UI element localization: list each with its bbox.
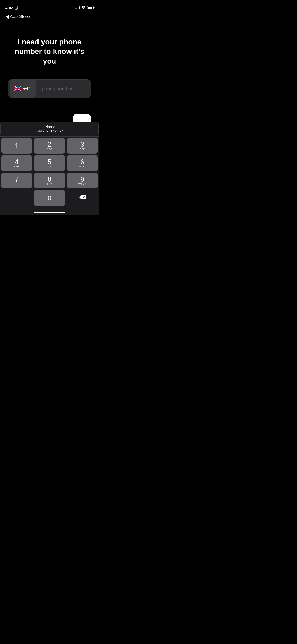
headline: i need your phone number to know it's yo… <box>8 37 91 66</box>
country-selector[interactable]: 🇬🇧 +44 <box>10 80 36 98</box>
back-label: App Store <box>10 14 30 19</box>
key-1[interactable]: 1 <box>1 138 32 154</box>
status-right <box>75 6 94 10</box>
status-bar: 4:02 🌙 <box>0 0 99 12</box>
divider-left <box>0 124 1 134</box>
key-8[interactable]: 8 TUV <box>34 173 65 188</box>
delete-icon <box>79 195 86 201</box>
phone-input-row: 🇬🇧 +44 <box>8 79 91 98</box>
key-0[interactable]: 0 <box>34 190 65 206</box>
suggestion-number: +447523142467 <box>36 129 63 133</box>
key-9[interactable]: 9 WXYZ <box>67 173 98 188</box>
phone-number-input[interactable] <box>38 86 91 91</box>
key-delete[interactable] <box>67 190 98 206</box>
keypad: 1 2 ABC 3 DEF 4 GHI 5 JKL 6 <box>0 137 99 210</box>
status-left: 4:02 🌙 <box>5 6 18 10</box>
suggestion-content: iPhone +447523142467 <box>5 125 94 133</box>
key-empty <box>1 190 32 206</box>
battery-icon <box>87 6 94 9</box>
home-bar <box>34 212 65 213</box>
key-2[interactable]: 2 ABC <box>34 138 65 154</box>
moon-icon: 🌙 <box>14 6 18 10</box>
keypad-row-3: 7 PQRS 8 TUV 9 WXYZ <box>1 173 98 188</box>
suggestion-name: iPhone <box>44 125 55 129</box>
divider-right <box>98 124 99 134</box>
keypad-row-2: 4 GHI 5 JKL 6 MNO <box>1 155 98 171</box>
key-4[interactable]: 4 GHI <box>1 155 32 171</box>
keypad-row-4: 0 <box>1 190 98 206</box>
key-5[interactable]: 5 JKL <box>34 155 65 171</box>
keypad-row-1: 1 2 ABC 3 DEF <box>1 138 98 154</box>
status-time: 4:02 <box>5 6 13 10</box>
nav-back[interactable]: ◀ App Store <box>0 12 99 21</box>
main-content: i need your phone number to know it's yo… <box>0 21 99 137</box>
wifi-icon <box>81 6 86 10</box>
keyboard-suggestion-bar[interactable]: iPhone +447523142467 <box>0 122 99 137</box>
signal-bars <box>75 6 80 9</box>
key-6[interactable]: 6 MNO <box>67 155 98 171</box>
keyboard-area: iPhone +447523142467 1 2 ABC 3 DEF 4 G <box>0 122 99 215</box>
home-indicator <box>0 210 99 215</box>
country-flag: 🇬🇧 <box>14 85 21 92</box>
back-arrow-icon: ◀ <box>5 14 9 19</box>
key-3[interactable]: 3 DEF <box>67 138 98 154</box>
key-7[interactable]: 7 PQRS <box>1 173 32 188</box>
country-code: +44 <box>23 86 31 91</box>
